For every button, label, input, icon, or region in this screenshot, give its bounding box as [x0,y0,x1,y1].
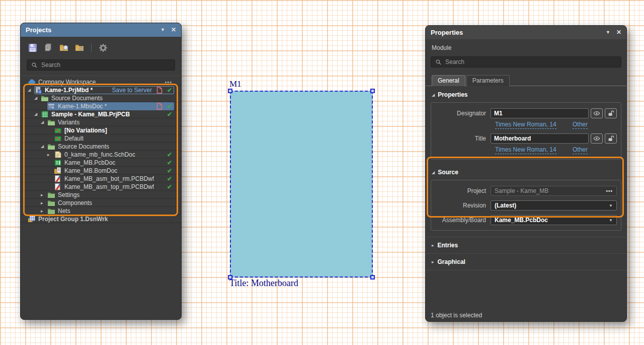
project-field[interactable]: Sample - Kame_MB ••• [491,186,617,196]
tree-row-content[interactable]: Company Workspace••• [28,78,174,86]
chevron-down-icon: ▼ [609,218,613,223]
properties-panel-header[interactable]: Properties ▼ ✕ [426,26,626,39]
expand-open-icon[interactable]: ◢ [41,120,47,124]
tree-row-content[interactable]: Components [47,199,174,207]
title-other-link[interactable]: Other [573,146,588,154]
tree-row[interactable]: ▸Settings [21,191,181,199]
tree-row-content[interactable]: Sample - Kame_MB.PrjPCB✔ [41,110,174,118]
expand-closed-icon[interactable]: ▸ [41,200,47,205]
tab-parameters[interactable]: Parameters [466,75,510,86]
revision-dropdown[interactable]: (Latest) ▼ [491,200,617,211]
panel-menu-icon[interactable]: ▼ [606,26,610,39]
tree-item-label: Components [58,199,92,206]
close-icon[interactable]: ✕ [616,26,621,39]
tree-row-content[interactable]: Project Group 1.DsnWrk [28,215,174,223]
folder-search-icon[interactable] [59,43,69,53]
lock-button[interactable] [605,108,617,118]
expand-closed-icon[interactable]: ▸ [41,192,47,197]
pcbdoc-icon [54,159,62,167]
visibility-eye-button[interactable] [591,133,603,144]
panel-menu-icon[interactable]: ▼ [160,23,165,37]
save-to-server-link[interactable]: Save to Server [112,87,152,94]
tree-row-content[interactable]: Source Documents [41,94,174,102]
assembly-board-label: Assembly/Board [435,217,491,224]
tab-general[interactable]: General [432,75,465,86]
visibility-eye-button[interactable] [591,108,603,118]
close-icon[interactable]: ✕ [171,23,176,37]
tree-row[interactable]: Company Workspace••• [21,78,181,86]
tree-row[interactable]: ◢Source Documents [21,94,181,102]
projects-search-input[interactable]: Search [27,59,175,71]
revision-value: (Latest) [495,202,516,209]
tree-row-content[interactable]: 0_kame_mb_func.SchDoc✔ [54,151,174,159]
tree-row-content[interactable]: Default [54,134,174,143]
tree-row[interactable]: ▸0_kame_mb_func.SchDoc✔ [21,151,181,159]
resize-handle-top-left[interactable] [228,89,232,93]
tree-row[interactable]: Kame_MB.PcbDoc✔ [21,159,181,167]
tree-row[interactable]: Kame_MB_asm_bot_rm.PCBDwf✔ [21,175,181,183]
tree-row[interactable]: ▸Components [21,199,181,207]
check-icon: ✔ [167,175,172,182]
section-header-source[interactable]: ◢ Source [426,164,626,179]
resize-handle-bottom-right[interactable] [370,275,375,280]
tree-row[interactable]: [No Variations] [21,126,181,134]
tree-row[interactable]: ◢Sample - Kame_MB.PrjPCB✔ [21,110,181,118]
tree-row-content[interactable]: Kame_MB.PcbDoc✔ [54,159,174,167]
tree-row-content[interactable]: Variants [47,118,174,126]
tree-row[interactable]: ◢Source Documents [21,143,181,151]
tree-row[interactable]: ▸Nets [21,207,181,215]
resize-handle-top-right[interactable] [370,89,375,93]
expand-open-icon[interactable]: ◢ [28,88,34,92]
modified-document-icon [156,87,163,94]
section-header-properties[interactable]: ◢ Properties [426,86,626,101]
designator-other-link[interactable]: Other [573,121,588,129]
tree-row[interactable]: ◢Kame-1.PrjMbd *Save to Server✔ [21,86,181,94]
tree-row-content[interactable]: Settings [47,191,174,199]
expand-open-icon[interactable]: ◢ [41,144,47,149]
designator-font-link[interactable]: Times New Roman, 14 [495,121,556,129]
module-shape[interactable] [230,91,373,278]
tree-row-content[interactable]: Kame-1.MbsDoc *✔ [47,102,174,110]
tree-row-content[interactable]: Kame_MB.BomDoc✔ [54,167,174,175]
lock-button[interactable] [605,133,617,144]
tree-row[interactable]: ◢Variants [21,118,181,126]
settings-gear-icon[interactable] [98,43,108,53]
tree-row[interactable]: Project Group 1.DsnWrk [21,215,181,223]
folder-settings-icon[interactable] [74,43,85,53]
ellipsis-icon[interactable]: ••• [165,79,172,85]
tree-row[interactable]: Kame-1.MbsDoc *✔ [21,102,181,110]
expand-open-icon[interactable]: ◢ [34,96,41,100]
title-font-link[interactable]: Times New Roman, 14 [495,146,556,154]
expand-closed-icon[interactable]: ▸ [41,209,47,214]
tree-row[interactable]: Kame_MB.BomDoc✔ [21,167,181,175]
properties-panel: Properties ▼ ✕ Module Search General Par… [425,25,627,322]
more-options-icon[interactable]: ••• [606,188,613,194]
module-title-text[interactable]: Title: Motherboard [229,278,298,289]
save-icon[interactable] [28,43,38,53]
tree-row-content[interactable]: Kame_MB_asm_bot_rm.PCBDwf✔ [54,175,174,183]
projects-panel-header[interactable]: Projects ▼ ✕ [21,23,181,37]
section-header-graphical[interactable]: ▸ Graphical [426,254,626,270]
tree-row-content[interactable]: Nets [47,207,174,215]
tree-row-content[interactable]: Kame_MB_asm_top_rm.PCBDwf✔ [54,183,174,191]
module-designator-text[interactable]: M1 [229,79,242,89]
expand-open-icon[interactable]: ◢ [34,112,41,116]
section-label: Properties [438,91,467,98]
search-placeholder: Search [41,61,60,68]
tree-item-label: Kame-1.PrjMbd * [45,87,93,94]
prjmbd-icon [34,86,42,94]
tree-row-content[interactable]: Source Documents [47,143,174,151]
unlock-icon [607,110,614,117]
tree-row[interactable]: Kame_MB_asm_top_rm.PCBDwf✔ [21,183,181,191]
tree-row-content[interactable]: [No Variations] [54,126,174,134]
tree-row[interactable]: Default [21,134,181,143]
title-input[interactable] [491,133,589,144]
bomdoc-icon [54,167,62,175]
assembly-board-dropdown[interactable]: Kame_MB.PcbDoc ▼ [491,215,617,225]
designator-input[interactable] [491,108,589,118]
expand-closed-icon[interactable]: ▸ [47,152,54,157]
tree-row-content[interactable]: Kame-1.PrjMbd *Save to Server✔ [34,86,174,94]
section-header-entries[interactable]: ▸ Entries [426,237,626,253]
properties-search-input[interactable]: Search [431,56,621,67]
documents-icon[interactable] [43,43,53,53]
